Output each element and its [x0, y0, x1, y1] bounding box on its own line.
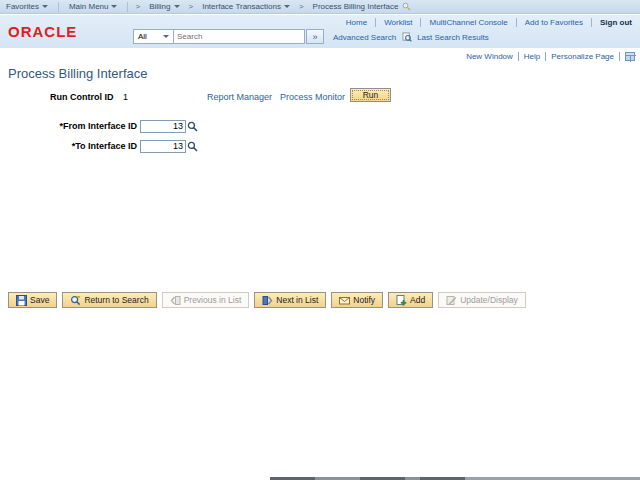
chevron-down-icon — [284, 5, 290, 8]
chevron-down-icon — [163, 35, 169, 38]
return-to-search-button[interactable]: Return to Search — [62, 292, 156, 308]
from-interface-id-row: *From Interface ID — [0, 119, 198, 133]
return-to-search-label: Return to Search — [84, 295, 148, 305]
run-control-id-label: Run Control ID — [50, 92, 114, 102]
previous-in-list-label: Previous in List — [184, 295, 242, 305]
add-to-favorites-link[interactable]: Add to Favorites — [525, 18, 583, 27]
from-interface-id-label: *From Interface ID — [0, 121, 140, 131]
add-icon — [396, 295, 407, 306]
from-interface-id-input[interactable] — [140, 120, 186, 133]
from-interface-id-lookup-icon[interactable] — [187, 121, 198, 132]
next-in-list-button[interactable]: Next in List — [254, 292, 326, 308]
multichannel-console-link[interactable]: MultiChannel Console — [429, 18, 507, 27]
run-control-id-value: 1 — [123, 92, 128, 102]
header-nav: Home Worklist MultiChannel Console Add t… — [346, 18, 632, 27]
breadcrumb-separator: > — [296, 2, 307, 11]
update-display-button: Update/Display — [438, 292, 526, 308]
new-window-link[interactable]: New Window — [466, 52, 513, 61]
nav-divider — [516, 18, 517, 27]
return-to-search-icon — [70, 295, 81, 306]
breadcrumb-separator: > — [186, 2, 197, 11]
chevron-down-icon — [111, 5, 117, 8]
notify-label: Notify — [353, 295, 375, 305]
run-control-row: Run Control ID 1 Report Manager Process … — [0, 90, 640, 104]
update-display-label: Update/Display — [460, 295, 518, 305]
favorites-label: Favorites — [6, 2, 39, 11]
notify-button[interactable]: Notify — [331, 292, 383, 308]
chevron-down-icon — [174, 5, 180, 8]
search-scope-select[interactable]: All — [133, 29, 174, 44]
advanced-search-link[interactable]: Advanced Search — [333, 33, 396, 42]
save-button[interactable]: Save — [8, 292, 57, 308]
favorites-menu[interactable]: Favorites — [0, 2, 54, 11]
save-icon — [16, 295, 27, 306]
breadcrumb-item-current-page: Process Billing Interface — [307, 2, 418, 11]
add-button[interactable]: Add — [388, 292, 433, 308]
header: ORACLE Home Worklist MultiChannel Consol… — [0, 15, 640, 48]
worklist-link[interactable]: Worklist — [384, 18, 412, 27]
save-label: Save — [30, 295, 49, 305]
page-toolbar: Save Return to Search Previous in List N… — [8, 292, 526, 308]
main-menu-label: Main Menu — [69, 2, 109, 11]
personalize-page-link[interactable]: Personalize Page — [551, 52, 614, 61]
report-manager-link[interactable]: Report Manager — [207, 92, 272, 102]
application-window: Favorites Main Menu > Billing > Interfac… — [0, 0, 640, 480]
breadcrumb-separator: > — [132, 2, 143, 11]
home-link[interactable]: Home — [346, 18, 367, 27]
to-interface-id-label: *To Interface ID — [0, 141, 140, 151]
nav-divider — [375, 18, 376, 27]
next-in-list-label: Next in List — [276, 295, 318, 305]
pagebar-divider — [545, 52, 546, 61]
help-link[interactable]: Help — [524, 52, 540, 61]
breadcrumb-item-label: Interface Transactions — [202, 2, 281, 11]
search-links: Advanced Search Last Search Results — [333, 32, 489, 42]
breadcrumb-item-label: Process Billing Interface — [313, 2, 399, 11]
search-bar: All » — [133, 29, 324, 44]
pagebar-divider — [518, 52, 519, 61]
nav-divider — [591, 18, 592, 27]
last-search-results-link[interactable]: Last Search Results — [417, 33, 489, 42]
last-search-results-icon — [402, 32, 412, 42]
search-scope-value: All — [138, 32, 147, 41]
window-layout-icon[interactable] — [625, 52, 635, 61]
previous-in-list-icon — [170, 295, 181, 306]
next-in-list-icon — [262, 295, 273, 306]
to-interface-id-row: *To Interface ID — [0, 139, 198, 153]
oracle-logo: ORACLE — [8, 23, 77, 40]
pagebar-divider — [619, 52, 620, 61]
sign-out-link[interactable]: Sign out — [600, 18, 632, 27]
chevron-down-icon — [42, 5, 48, 8]
pagebar: New Window Help Personalize Page — [466, 52, 635, 61]
breadcrumb-item-label: Billing — [149, 2, 170, 11]
previous-in-list-button: Previous in List — [162, 292, 250, 308]
add-label: Add — [410, 295, 425, 305]
notify-icon — [339, 295, 350, 306]
breadcrumb-divider — [58, 2, 59, 12]
breadcrumb: Favorites Main Menu > Billing > Interfac… — [0, 0, 640, 14]
breadcrumb-divider — [127, 2, 128, 12]
to-interface-id-input[interactable] — [140, 140, 186, 153]
breadcrumb-item-billing[interactable]: Billing — [143, 2, 185, 11]
to-interface-id-lookup-icon[interactable] — [187, 141, 198, 152]
run-button[interactable]: Run — [350, 88, 391, 102]
nav-divider — [420, 18, 421, 27]
search-input[interactable] — [174, 29, 305, 44]
page-title: Process Billing Interface — [8, 66, 147, 81]
breadcrumb-item-interface-transactions[interactable]: Interface Transactions — [196, 2, 296, 11]
process-monitor-link[interactable]: Process Monitor — [280, 92, 345, 102]
main-menu[interactable]: Main Menu — [63, 2, 124, 11]
update-display-icon — [446, 295, 457, 306]
breadcrumb-search-icon[interactable] — [402, 2, 411, 11]
search-go-button[interactable]: » — [306, 29, 324, 44]
